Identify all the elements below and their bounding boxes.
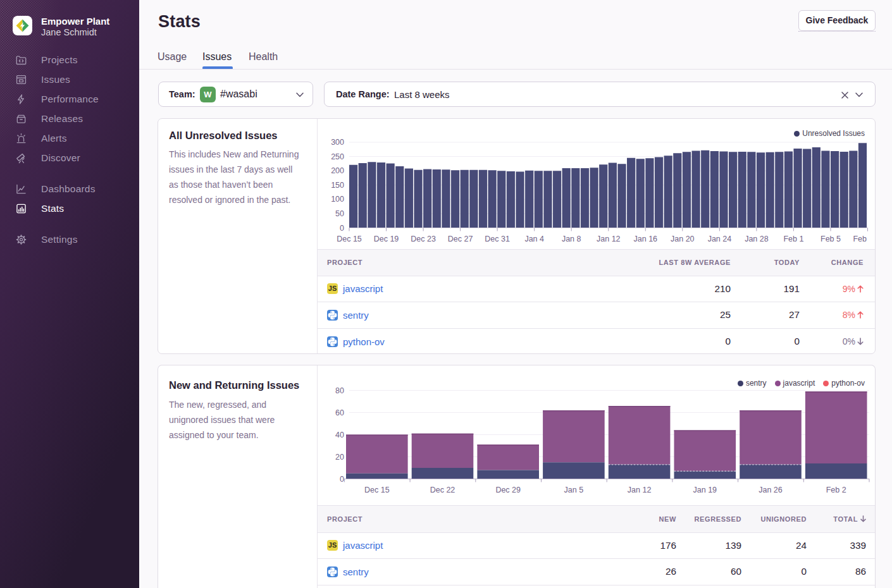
svg-text:Jan 24: Jan 24 bbox=[708, 235, 732, 243]
svg-text:Jan 8: Jan 8 bbox=[562, 235, 581, 243]
svg-text:20: 20 bbox=[335, 453, 344, 462]
svg-text:Dec 31: Dec 31 bbox=[485, 235, 510, 243]
svg-text:60: 60 bbox=[335, 408, 344, 417]
svg-text:Dec 15: Dec 15 bbox=[364, 486, 390, 494]
svg-text:50: 50 bbox=[335, 209, 344, 218]
svg-text:80: 80 bbox=[335, 386, 344, 395]
svg-text:40: 40 bbox=[335, 431, 344, 439]
svg-text:Jan 26: Jan 26 bbox=[759, 486, 783, 494]
svg-text:Jan 12: Jan 12 bbox=[597, 235, 621, 243]
svg-text:Dec 27: Dec 27 bbox=[448, 235, 473, 243]
svg-text:Jan 12: Jan 12 bbox=[628, 486, 652, 494]
svg-text:Dec 29: Dec 29 bbox=[495, 486, 521, 494]
svg-text:250: 250 bbox=[331, 152, 344, 161]
svg-text:100: 100 bbox=[331, 195, 344, 204]
svg-text:Jan 28: Jan 28 bbox=[745, 235, 769, 243]
svg-text:Feb 2: Feb 2 bbox=[826, 486, 846, 494]
svg-text:Jan 20: Jan 20 bbox=[671, 235, 695, 243]
svg-text:0: 0 bbox=[340, 475, 344, 484]
svg-text:Jan 19: Jan 19 bbox=[693, 486, 717, 494]
svg-text:Jan 4: Jan 4 bbox=[524, 235, 544, 243]
svg-text:Feb 1: Feb 1 bbox=[783, 235, 803, 243]
svg-text:Feb 5: Feb 5 bbox=[821, 235, 841, 243]
svg-text:150: 150 bbox=[331, 181, 344, 190]
svg-text:Jan 5: Jan 5 bbox=[564, 486, 584, 494]
svg-text:Feb: Feb bbox=[853, 235, 867, 243]
svg-text:200: 200 bbox=[331, 166, 344, 175]
svg-text:Dec 22: Dec 22 bbox=[430, 486, 455, 494]
svg-text:Dec 19: Dec 19 bbox=[374, 235, 399, 243]
svg-text:0: 0 bbox=[340, 224, 344, 233]
svg-text:300: 300 bbox=[331, 138, 344, 147]
svg-text:Dec 15: Dec 15 bbox=[337, 235, 362, 243]
svg-text:Dec 23: Dec 23 bbox=[411, 235, 436, 243]
svg-text:Jan 16: Jan 16 bbox=[634, 235, 658, 243]
